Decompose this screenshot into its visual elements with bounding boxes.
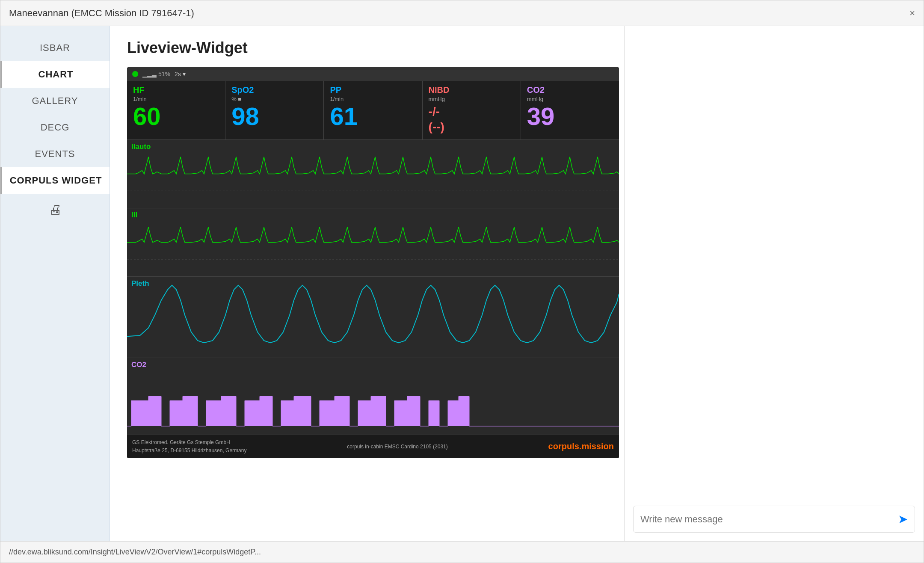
- send-button[interactable]: ➤: [898, 512, 908, 526]
- vital-co2-label: CO2: [527, 85, 613, 95]
- vital-pp: PP 1/min 61: [324, 81, 422, 139]
- vital-co2-unit: mmHg: [527, 96, 613, 102]
- sidebar-item-events[interactable]: EVENTS: [0, 141, 110, 167]
- channel-co2: CO2: [127, 358, 619, 435]
- vital-hf: HF 1/min 60: [127, 81, 225, 139]
- channel-ilauto: IIauto: [127, 140, 619, 208]
- vital-nibd-value: -/-(--): [429, 104, 515, 135]
- main-content: ISBAR CHART GALLERY DECG EVENTS CORPULS …: [0, 26, 924, 541]
- liveview-footer: GS Elektromed. Geräte Gs Stemple GmbH Ha…: [127, 435, 619, 458]
- url-text: //dev.ewa.bliksund.com/Insight/LiveViewV…: [9, 548, 261, 557]
- channel-pleth: Pleth: [127, 277, 619, 358]
- content-area: Liveview-Widget ▁▂▃ 51% 2s ▾ HF 1/min 60: [110, 26, 624, 541]
- liveview-widget: ▁▂▃ 51% 2s ▾ HF 1/min 60 SpO2 % ■ 9: [127, 67, 619, 458]
- ecg-waveform-ilauto: [127, 140, 619, 208]
- page-title: Liveview-Widget: [127, 39, 607, 57]
- sidebar: ISBAR CHART GALLERY DECG EVENTS CORPULS …: [0, 26, 110, 541]
- vitals-row: HF 1/min 60 SpO2 % ■ 98 PP 1/min 61: [127, 81, 619, 140]
- right-panel: ➤: [624, 26, 924, 541]
- channel-pleth-label: Pleth: [131, 279, 149, 288]
- window-title: Maneevannan (EMCC Mission ID 791647-1): [9, 8, 194, 19]
- pleth-waveform: [127, 277, 619, 358]
- signal-dot-icon: [132, 71, 138, 77]
- footer-brand: corpuls.mission: [548, 442, 614, 451]
- vital-hf-value: 60: [133, 104, 219, 129]
- vital-nibd-label: NIBD: [429, 85, 515, 95]
- sidebar-item-decg[interactable]: DECG: [0, 114, 110, 141]
- message-input-row: ➤: [633, 506, 915, 533]
- app-window: Maneevannan (EMCC Mission ID 791647-1) ×…: [0, 0, 924, 563]
- vital-hf-label: HF: [133, 85, 219, 95]
- ecg-waveform-iii: [127, 208, 619, 276]
- print-icon[interactable]: 🖨: [49, 202, 62, 217]
- url-bar: //dev.ewa.bliksund.com/Insight/LiveViewV…: [0, 541, 924, 563]
- vital-spo2: SpO2 % ■ 98: [225, 81, 324, 139]
- vital-nibd: NIBD mmHg -/-(--): [423, 81, 521, 139]
- vital-pp-unit: 1/min: [330, 96, 416, 102]
- channel-co2-label: CO2: [131, 361, 146, 369]
- sidebar-item-gallery[interactable]: GALLERY: [0, 88, 110, 114]
- vital-co2: CO2 mmHg 39: [521, 81, 619, 139]
- liveview-topbar: ▁▂▃ 51% 2s ▾: [127, 67, 619, 81]
- footer-company: GS Elektromed. Geräte Gs Stemple GmbH Ha…: [132, 439, 246, 455]
- channel-iii: III: [127, 208, 619, 277]
- vital-spo2-label: SpO2: [231, 85, 317, 95]
- vital-pp-label: PP: [330, 85, 416, 95]
- channel-iii-label: III: [131, 211, 137, 219]
- vital-co2-value: 39: [527, 104, 613, 129]
- sidebar-item-corpuls-widget[interactable]: CORPULS WIDGET: [0, 167, 110, 194]
- topbar-time: 2s ▾: [175, 71, 186, 77]
- channel-ilauto-label: IIauto: [131, 142, 151, 151]
- vital-spo2-unit: % ■: [231, 96, 317, 102]
- titlebar: Maneevannan (EMCC Mission ID 791647-1) ×: [0, 0, 924, 26]
- vital-spo2-value: 98: [231, 104, 317, 129]
- co2-waveform: [127, 358, 619, 435]
- footer-middle: corpuls in-cabin EMSC Cardino 2105 (2031…: [347, 444, 447, 450]
- sidebar-item-isbar[interactable]: ISBAR: [0, 35, 110, 61]
- vital-pp-value: 61: [330, 104, 416, 129]
- message-input[interactable]: [640, 514, 893, 525]
- vital-nibd-unit: mmHg: [429, 96, 515, 102]
- close-button[interactable]: ×: [909, 8, 915, 19]
- vital-hf-unit: 1/min: [133, 96, 219, 102]
- signal-bars: ▁▂▃ 51%: [142, 71, 170, 77]
- sidebar-item-chart[interactable]: CHART: [0, 61, 110, 88]
